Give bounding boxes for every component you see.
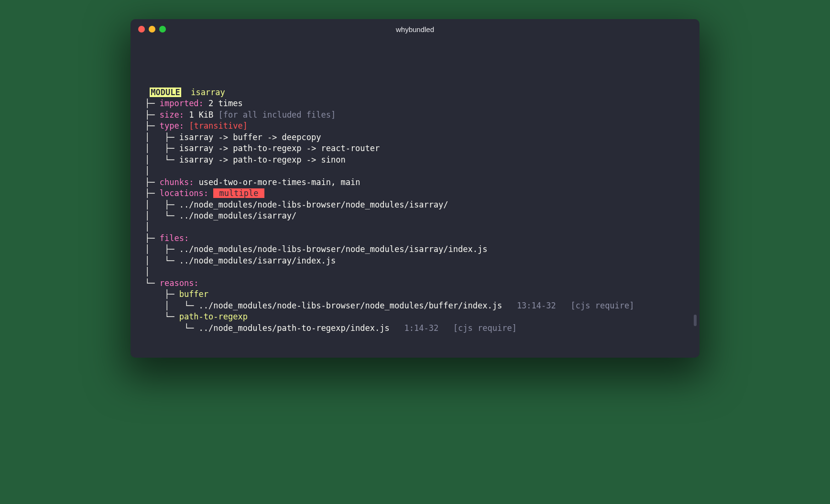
location-path: │ └─ ../node_modules/isarray/ [145,210,685,221]
location-path: │ ├─ ../node_modules/node-libs-browser/n… [145,199,685,210]
spacer: │ [145,266,685,277]
reasons-label: reasons: [160,278,199,288]
file-path: │ ├─ ../node_modules/node-libs-browser/n… [145,244,685,255]
traffic-lights [138,26,166,33]
module-badge: MODULE [150,88,181,97]
reasons-row: └─ reasons: [145,278,685,289]
reason-file: │ └─ ../node_modules/node-libs-browser/n… [145,300,685,311]
size-row: ├─ size: 1 KiB [for all included files] [145,110,685,121]
type-row: ├─ type: [transitive] [145,121,685,131]
chunks-row: ├─ chunks: used-two-or-more-times-main, … [145,177,685,188]
module-heading: MODULE isarray [145,87,685,98]
minimize-icon[interactable] [149,26,155,33]
locations-row: ├─ locations: multiple [145,188,685,199]
files-label: files: [160,233,189,243]
close-icon[interactable] [138,26,145,33]
terminal-body: MODULE isarray ├─ imported: 2 times ├─ s… [131,39,699,358]
reason-name: └─ path-to-regexp [145,311,685,322]
module-name: isarray [191,88,225,97]
locations-label: locations: [160,188,208,198]
title-bar: whybundled [131,19,699,39]
type-chain: │ ├─ isarray -> path-to-regexp -> react-… [145,143,685,154]
files-row: ├─ files: [145,233,685,244]
window-title: whybundled [131,25,699,33]
imported-row: ├─ imported: 2 times [145,98,685,109]
reason-file: └─ ../node_modules/path-to-regexp/index.… [145,323,685,334]
scrollbar-thumb[interactable] [694,315,697,326]
type-chain: │ ├─ isarray -> buffer -> deepcopy [145,132,685,143]
type-chain: │ └─ isarray -> path-to-regexp -> sinon [145,154,685,165]
locations-badge: multiple [213,188,264,198]
terminal-window: whybundled MODULE isarray ├─ imported: 2… [131,19,699,358]
type-value: [transitive] [189,121,248,131]
file-path: │ └─ ../node_modules/isarray/index.js [145,255,685,266]
fullscreen-icon[interactable] [159,26,166,33]
spacer: │ [145,165,685,176]
chunks-label: chunks: [160,177,194,187]
size-label: size: [160,110,184,120]
type-label: type: [160,121,184,131]
reason-name: ├─ buffer [145,289,685,300]
spacer: │ [145,221,685,232]
size-value: 1 KiB [189,110,213,120]
imported-value: 2 times [208,99,243,108]
size-note: [for all included files] [218,110,336,120]
imported-label: imported: [160,99,204,108]
chunks-value: used-two-or-more-times-main, main [199,177,360,187]
